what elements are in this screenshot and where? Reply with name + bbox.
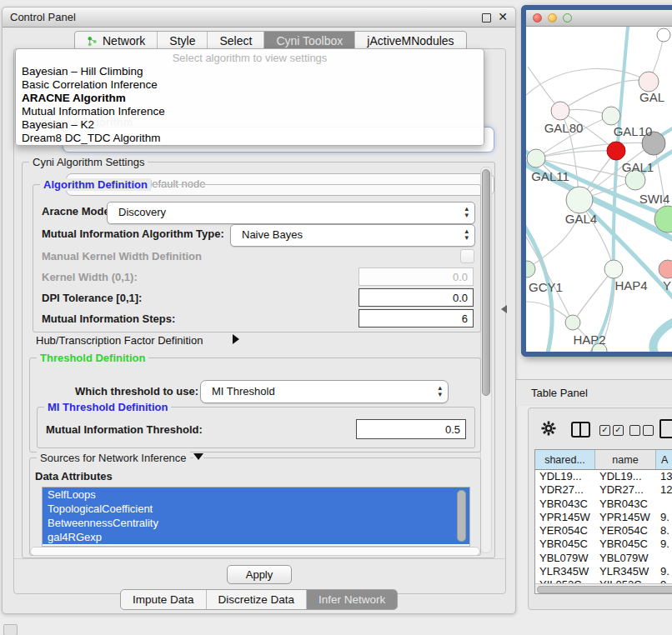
group-title: Threshold Definition: [37, 352, 148, 364]
mi-type-combo[interactable]: Naive Bayes ▴▾: [230, 224, 475, 247]
group-title: Cyni Algorithm Settings: [29, 156, 148, 168]
cell: YDL19...: [535, 470, 595, 483]
kernel-width-field[interactable]: [359, 268, 474, 286]
node-salmon-right[interactable]: [659, 260, 672, 278]
table-panel-title: Table Panel: [531, 387, 588, 399]
gear-icon[interactable]: [541, 421, 556, 436]
cell: YLR345W: [535, 565, 595, 578]
node-label: GAL4: [565, 212, 597, 226]
node-label: GAL: [639, 90, 664, 104]
network-graph: GAL GAL80 GAL10 GAL1 GAL11 SWI4 GAL4 GCY…: [526, 27, 672, 352]
table-row[interactable]: YBL079W YBL079W: [535, 552, 672, 565]
cell: 8.: [656, 524, 672, 538]
unchecked-pair-icon[interactable]: [629, 425, 654, 436]
cell: 9.: [656, 538, 672, 551]
table-row[interactable]: YBR043C YBR043C: [535, 498, 672, 511]
column-header-name[interactable]: name: [595, 450, 656, 469]
control-panel-titlebar: Control Panel ✕: [3, 8, 515, 28]
combo-value: Discovery: [118, 206, 166, 218]
tab-impute-data[interactable]: Impute Data: [121, 590, 207, 609]
node-gal-partial[interactable]: [639, 72, 659, 92]
which-threshold-combo[interactable]: MI Threshold ▴▾: [200, 380, 449, 403]
close-icon[interactable]: ✕: [498, 10, 508, 23]
node-gal80[interactable]: [551, 102, 569, 120]
list-scrollbar-thumb[interactable]: [457, 490, 466, 542]
cell: 13: [656, 470, 672, 483]
node-gal10[interactable]: [602, 107, 620, 125]
list-item[interactable]: TopologicalCoefficient: [43, 502, 469, 516]
cell: 9.: [656, 565, 672, 578]
table-scrollbar-thumb[interactable]: [537, 586, 672, 593]
data-attributes-label: Data Attributes: [35, 470, 113, 482]
checked-pair-icon[interactable]: ✓✓: [599, 425, 624, 436]
hub-definition-label[interactable]: Hub/Transcription Factor Definition: [36, 334, 203, 347]
column-header-shared-name[interactable]: shared...: [535, 450, 595, 469]
tab-cyni-toolbox[interactable]: Cyni Toolbox: [264, 32, 355, 50]
control-panel-window: Control Panel ✕ Network Style Select: [2, 7, 516, 614]
cell: YBR043C: [595, 498, 656, 511]
list-item[interactable]: gal4RGexp: [43, 530, 469, 544]
node-hap4[interactable]: [604, 260, 623, 278]
list-item[interactable]: SelfLoops: [43, 488, 469, 502]
tab-style[interactable]: Style: [158, 32, 208, 50]
tab-jactivemnodules[interactable]: jActiveMNodules: [355, 32, 465, 50]
network-icon: [87, 36, 98, 47]
dpi-tolerance-field[interactable]: [359, 288, 474, 307]
column-header-partial[interactable]: A: [656, 450, 672, 469]
traffic-light-zoom-icon[interactable]: [563, 13, 572, 22]
bottom-left-widget[interactable]: [3, 624, 18, 635]
tab-infer-network[interactable]: Infer Network: [307, 590, 397, 609]
window-title: Control Panel: [10, 11, 76, 23]
node-label: Y: [663, 278, 671, 292]
node-red-selected[interactable]: [607, 142, 625, 160]
node-gal11[interactable]: [527, 149, 545, 168]
cyni-bottom-tabs: Impute Data Discretize Data Infer Networ…: [120, 589, 398, 610]
mi-threshold-label: Mutual Information Threshold:: [46, 423, 203, 436]
settings-scrollbar[interactable]: [480, 167, 492, 553]
dpi-tolerance-label: DPI Tolerance [0,1]:: [42, 292, 142, 304]
hub-expand-arrow-icon[interactable]: [233, 334, 239, 344]
node-label: GAL80: [544, 121, 584, 135]
table-row[interactable]: YER054C YER054C 8.: [535, 524, 672, 538]
settings-scrollbar-thumb[interactable]: [482, 169, 490, 396]
table-panel: ✓✓ shared... name A YDL19... YDL19... 13…: [528, 408, 672, 610]
sources-collapse-arrow-icon[interactable]: [193, 453, 203, 460]
float-window-icon[interactable]: [482, 13, 491, 22]
dropdown-item[interactable]: Bayesian – Hill Climbing: [16, 65, 484, 78]
cell: [656, 498, 672, 511]
node-partial-top[interactable]: [657, 28, 670, 42]
network-canvas[interactable]: GAL GAL80 GAL10 GAL1 GAL11 SWI4 GAL4 GCY…: [526, 27, 672, 352]
dropdown-item[interactable]: Bayesian – K2: [16, 118, 484, 132]
mi-threshold-field[interactable]: [356, 419, 466, 439]
sources-horizontal-scrollbar[interactable]: [30, 547, 480, 556]
table-row[interactable]: YBR045C YBR045C 9.: [535, 538, 672, 551]
traffic-light-close-icon[interactable]: [533, 13, 542, 22]
dropdown-item[interactable]: Mutual Information Inference: [16, 105, 484, 118]
node-gal4[interactable]: [566, 187, 593, 213]
dropdown-item-selected[interactable]: ARACNE Algorithm: [16, 92, 484, 105]
dropdown-item[interactable]: Dream8 DC_TDC Algorithm: [16, 132, 484, 145]
table-horizontal-scrollbar[interactable]: [535, 583, 672, 593]
node-gcy1[interactable]: [526, 261, 535, 278]
table-row[interactable]: YDL19... YDL19... 13: [535, 470, 672, 483]
network-view-window: GAL GAL80 GAL10 GAL1 GAL11 SWI4 GAL4 GCY…: [521, 5, 672, 357]
splitter-collapse-arrow[interactable]: [501, 305, 507, 313]
columns-icon[interactable]: [571, 422, 590, 438]
list-item[interactable]: BetweennessCentrality: [43, 516, 469, 530]
traffic-light-minimize-icon[interactable]: [548, 13, 557, 22]
node-hap2[interactable]: [565, 315, 580, 330]
table-row[interactable]: YDR27... YDR27... 12: [535, 483, 672, 497]
tab-network[interactable]: Network: [75, 32, 158, 50]
apply-button[interactable]: Apply: [227, 565, 292, 584]
tab-select[interactable]: Select: [208, 32, 264, 50]
manual-kernel-checkbox[interactable]: [460, 249, 474, 263]
table-row[interactable]: YLR345W YLR345W 9.: [535, 565, 672, 578]
cell: YPR145W: [595, 511, 656, 524]
document-icon[interactable]: [659, 419, 672, 438]
aracne-mode-combo[interactable]: Discovery ▴▾: [107, 202, 475, 224]
dropdown-item[interactable]: Basic Correlation Inference: [16, 78, 484, 92]
mi-steps-field[interactable]: [359, 309, 474, 328]
table-row[interactable]: YPR145W YPR145W 9.: [535, 511, 672, 524]
tab-discretize-data[interactable]: Discretize Data: [207, 590, 308, 609]
tab-label: jActiveMNodules: [367, 34, 454, 48]
